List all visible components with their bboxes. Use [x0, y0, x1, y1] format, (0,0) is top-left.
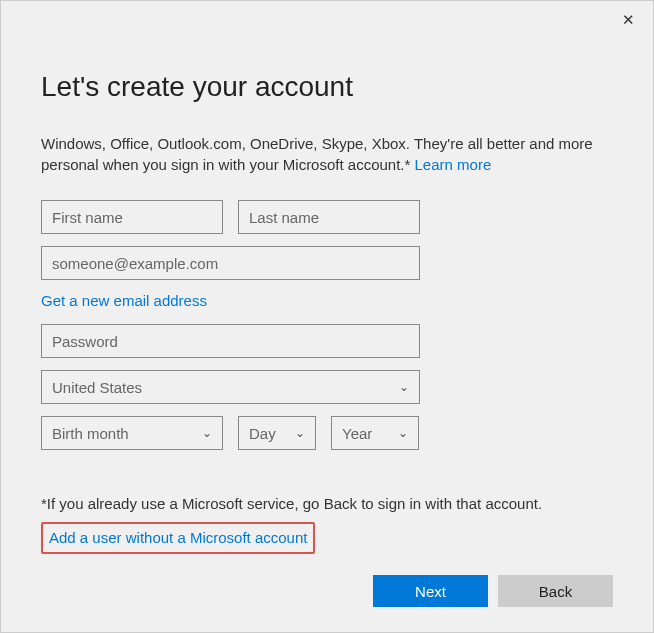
content-area: Let's create your account Windows, Offic…	[1, 1, 653, 554]
birth-day-select[interactable]: Day ⌄	[238, 416, 316, 450]
learn-more-link[interactable]: Learn more	[415, 156, 492, 173]
birth-year-value: Year	[342, 425, 372, 442]
first-name-input[interactable]	[41, 200, 223, 234]
next-button[interactable]: Next	[373, 575, 488, 607]
chevron-down-icon: ⌄	[202, 426, 212, 440]
birth-month-value: Birth month	[52, 425, 129, 442]
birth-month-select[interactable]: Birth month ⌄	[41, 416, 223, 450]
birth-day-value: Day	[249, 425, 276, 442]
email-input[interactable]	[41, 246, 420, 280]
country-select[interactable]: United States ⌄	[41, 370, 420, 404]
close-icon[interactable]: ✕	[614, 7, 643, 33]
chevron-down-icon: ⌄	[398, 426, 408, 440]
get-new-email-link[interactable]: Get a new email address	[41, 292, 613, 309]
create-account-window: ✕ Let's create your account Windows, Off…	[0, 0, 654, 633]
add-user-without-ms-account-link[interactable]: Add a user without a Microsoft account	[49, 529, 307, 546]
chevron-down-icon: ⌄	[399, 380, 409, 394]
page-title: Let's create your account	[41, 71, 613, 103]
highlighted-link-box: Add a user without a Microsoft account	[41, 522, 315, 554]
description-text: Windows, Office, Outlook.com, OneDrive, …	[41, 133, 613, 175]
button-row: Next Back	[373, 575, 613, 607]
footnote-text: *If you already use a Microsoft service,…	[41, 495, 613, 512]
birth-year-select[interactable]: Year ⌄	[331, 416, 419, 450]
last-name-input[interactable]	[238, 200, 420, 234]
back-button[interactable]: Back	[498, 575, 613, 607]
password-input[interactable]	[41, 324, 420, 358]
country-value: United States	[52, 379, 142, 396]
description-body: Windows, Office, Outlook.com, OneDrive, …	[41, 135, 593, 173]
chevron-down-icon: ⌄	[295, 426, 305, 440]
